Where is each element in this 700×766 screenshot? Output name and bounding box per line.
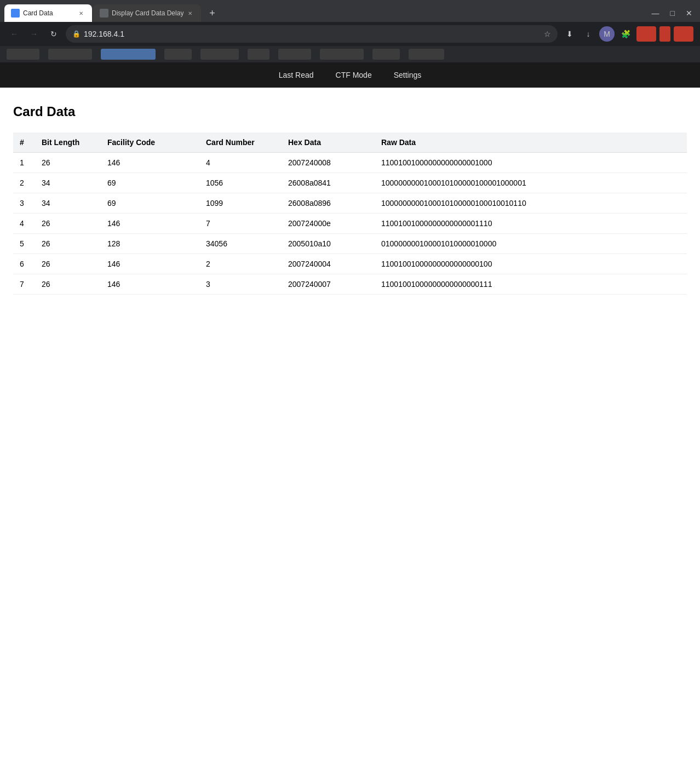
cell-raw-data: 1000000000100010100000100001000001 — [375, 173, 687, 193]
red-button-2[interactable] — [659, 26, 670, 42]
nav-ctf-mode[interactable]: CTF Mode — [336, 68, 372, 82]
col-header-num: # — [13, 133, 35, 153]
table-body: 1261464200724000811001001000000000000001… — [13, 153, 687, 295]
cell-card-number: 3 — [199, 274, 282, 295]
cell-facility-code: 146 — [101, 153, 199, 173]
cell-facility-code: 146 — [101, 214, 199, 234]
bookmarks-bar — [0, 46, 700, 62]
col-header-raw-data: Raw Data — [375, 133, 687, 153]
nav-settings[interactable]: Settings — [394, 68, 422, 82]
table-header: # Bit Length Facility Code Card Number H… — [13, 133, 687, 153]
toolbar-icons: ⬇ ↓ M 🧩 — [562, 26, 693, 42]
add-tab-button[interactable]: + — [204, 5, 220, 21]
cell-num: 7 — [13, 274, 35, 295]
table-row: 33469109926008a0896100000000010001010000… — [13, 193, 687, 214]
table-row: 6261462200724000411001001000000000000000… — [13, 254, 687, 274]
bookmark-3 — [101, 49, 156, 60]
cell-bit-length: 26 — [35, 254, 101, 274]
address-bar[interactable]: 🔒 192.168.4.1 ☆ — [66, 25, 558, 43]
cell-hex-data: 200724000e — [282, 214, 375, 234]
tab-active[interactable]: Card Data ✕ — [4, 4, 92, 22]
download-icon[interactable]: ↓ — [581, 26, 596, 42]
nav-last-read[interactable]: Last Read — [279, 68, 314, 82]
cell-raw-data: 010000000100001010000010000 — [375, 234, 687, 254]
cell-facility-code: 69 — [101, 173, 199, 193]
cell-hex-data: 2007240008 — [282, 153, 375, 173]
page-title: Card Data — [13, 104, 687, 119]
table-header-row: # Bit Length Facility Code Card Number H… — [13, 133, 687, 153]
cell-bit-length: 26 — [35, 214, 101, 234]
col-header-hex-data: Hex Data — [282, 133, 375, 153]
cell-card-number: 34056 — [199, 234, 282, 254]
table-row: 7261463200724000711001001000000000000000… — [13, 274, 687, 295]
tab-favicon-inactive — [100, 9, 108, 18]
cell-hex-data: 26008a0896 — [282, 193, 375, 214]
cell-num: 3 — [13, 193, 35, 214]
cell-raw-data: 11001001000000000000001000 — [375, 153, 687, 173]
col-header-facility-code: Facility Code — [101, 133, 199, 153]
cell-hex-data: 2005010a10 — [282, 234, 375, 254]
tab-inactive[interactable]: Display Card Data Delay ✕ — [93, 4, 201, 22]
pocket-icon[interactable]: ⬇ — [562, 26, 577, 42]
cell-bit-length: 26 — [35, 274, 101, 295]
cell-num: 5 — [13, 234, 35, 254]
back-button[interactable]: ← — [7, 26, 22, 42]
table-row: 23469105626008a0841100000000010001010000… — [13, 173, 687, 193]
close-window-button[interactable]: ✕ — [682, 8, 696, 19]
bookmark-7 — [278, 49, 311, 60]
col-header-bit-length: Bit Length — [35, 133, 101, 153]
cell-facility-code: 128 — [101, 234, 199, 254]
tab-close-inactive[interactable]: ✕ — [186, 9, 194, 18]
table-row: 1261464200724000811001001000000000000001… — [13, 153, 687, 173]
cell-bit-length: 34 — [35, 193, 101, 214]
forward-button[interactable]: → — [26, 26, 42, 42]
cell-bit-length: 34 — [35, 173, 101, 193]
address-bar-row: ← → ↻ 🔒 192.168.4.1 ☆ ⬇ ↓ M 🧩 — [0, 22, 700, 46]
cell-raw-data: 11001001000000000000000111 — [375, 274, 687, 295]
bookmark-2 — [48, 49, 92, 60]
cell-num: 4 — [13, 214, 35, 234]
cell-hex-data: 2007240004 — [282, 254, 375, 274]
cell-facility-code: 146 — [101, 254, 199, 274]
extensions-icon[interactable]: 🧩 — [618, 26, 633, 42]
cell-num: 1 — [13, 153, 35, 173]
cell-hex-data: 26008a0841 — [282, 173, 375, 193]
browser-chrome: Card Data ✕ Display Card Data Delay ✕ + … — [0, 0, 700, 62]
table-row: 4261467200724000e11001001000000000000001… — [13, 214, 687, 234]
bookmark-1 — [7, 49, 39, 60]
cell-num: 6 — [13, 254, 35, 274]
table-row: 526128340562005010a100100000001000010100… — [13, 234, 687, 254]
bookmark-5 — [200, 49, 239, 60]
bookmark-star-icon[interactable]: ☆ — [544, 30, 551, 38]
cell-bit-length: 26 — [35, 153, 101, 173]
red-button-1[interactable] — [636, 26, 656, 42]
cell-num: 2 — [13, 173, 35, 193]
cell-card-number: 7 — [199, 214, 282, 234]
cell-raw-data: 11001001000000000000001110 — [375, 214, 687, 234]
address-text: 192.168.4.1 — [84, 30, 541, 38]
bookmark-6 — [248, 49, 269, 60]
minimize-button[interactable]: — — [649, 8, 663, 19]
card-data-table: # Bit Length Facility Code Card Number H… — [13, 133, 687, 295]
nav-bar: Last Read CTF Mode Settings — [0, 62, 700, 88]
reload-button[interactable]: ↻ — [46, 26, 61, 42]
security-icon: 🔒 — [72, 30, 81, 38]
cell-card-number: 4 — [199, 153, 282, 173]
cell-facility-code: 146 — [101, 274, 199, 295]
tab-title-active: Card Data — [23, 9, 74, 17]
cell-card-number: 1099 — [199, 193, 282, 214]
cell-hex-data: 2007240007 — [282, 274, 375, 295]
cell-raw-data: 11001001000000000000000100 — [375, 254, 687, 274]
profile-icon[interactable]: M — [599, 26, 615, 42]
tab-close-active[interactable]: ✕ — [77, 9, 85, 18]
col-header-card-number: Card Number — [199, 133, 282, 153]
window-controls: — □ ✕ — [649, 8, 696, 19]
tab-favicon-active — [11, 9, 20, 18]
cell-facility-code: 69 — [101, 193, 199, 214]
bookmark-9 — [372, 49, 400, 60]
cell-raw-data: 1000000000100010100000100010010110 — [375, 193, 687, 214]
red-button-3[interactable] — [674, 26, 693, 42]
cell-card-number: 2 — [199, 254, 282, 274]
page-content: Card Data # Bit Length Facility Code Car… — [0, 88, 700, 311]
maximize-button[interactable]: □ — [667, 8, 678, 19]
